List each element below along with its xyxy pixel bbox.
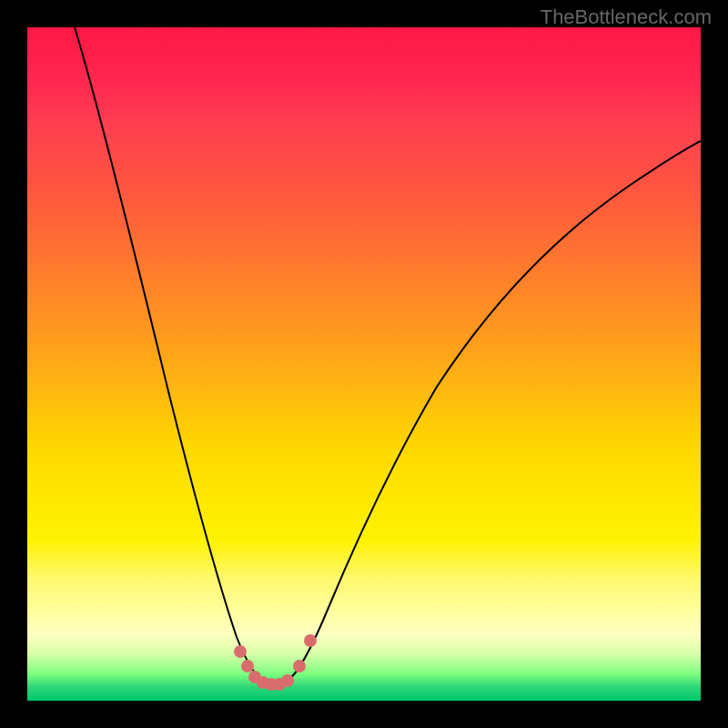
watermark-text: TheBottleneck.com [541, 5, 712, 29]
gradient-background [27, 27, 701, 701]
chart-container [27, 27, 701, 701]
